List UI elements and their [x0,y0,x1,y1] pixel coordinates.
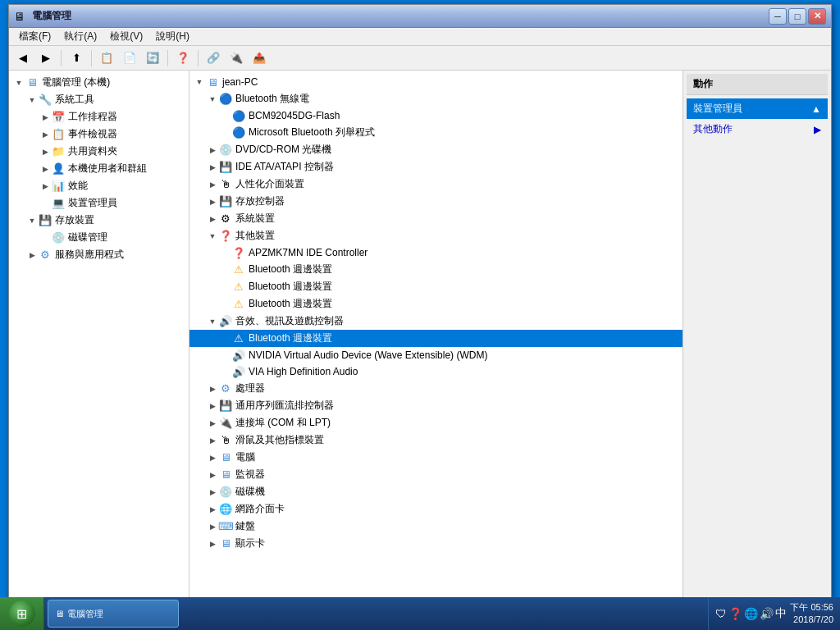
event-viewer-expander[interactable]: ▶ [39,128,52,141]
taskbar-app-computer-mgmt[interactable]: 🖥 電腦管理 [48,600,179,628]
action-device-manager[interactable]: 裝置管理員 ▲ [687,98,828,119]
left-device-manager[interactable]: 💻 裝置管理員 [9,194,189,212]
mid-ms-bt-enum[interactable]: 🔵 Microsoft Bluetooth 列舉程式 [189,124,682,141]
mid-display[interactable]: ▶ 🖥 顯示卡 [189,535,682,552]
disconnect-button[interactable]: 🔌 [226,48,247,68]
help-button[interactable]: ❓ [172,48,194,68]
mid-bt-peripheral-3[interactable]: ⚠ Bluetooth 週邊裝置 [189,295,682,313]
mid-ide[interactable]: ▶ 💾 IDE ATA/ATAPI 控制器 [189,158,682,176]
mid-mouse[interactable]: ▶ 🖱 滑鼠及其他指標裝置 [189,431,682,449]
mid-keyboard[interactable]: ▶ ⌨ 鍵盤 [189,518,682,535]
mid-root[interactable]: ▼ 🖥 jean-PC [189,74,682,90]
left-storage[interactable]: ▼ 💾 存放裝置 [9,212,189,229]
root-expander[interactable]: ▼ [12,76,25,89]
hid-expander[interactable]: ▶ [206,178,219,191]
mid-other-devices[interactable]: ▼ ❓ 其他裝置 [189,227,682,244]
left-local-users[interactable]: ▶ 👤 本機使用者和群組 [9,160,189,177]
ports-expander[interactable]: ▶ [206,417,219,430]
mid-monitor[interactable]: ▶ 🖥 監視器 [189,466,682,483]
mid-root-expander[interactable]: ▼ [193,75,206,89]
local-users-expander[interactable]: ▶ [39,162,52,176]
left-performance[interactable]: ▶ 📊 效能 [9,177,189,194]
task-scheduler-expander[interactable]: ▶ [39,111,52,124]
system-tools-expander[interactable]: ▼ [25,94,39,107]
forward-button[interactable]: ▶ [35,48,57,68]
tray-datetime[interactable]: 下午 05:56 2018/7/20 [790,601,833,627]
mid-network[interactable]: ▶ 🌐 網路介面卡 [189,500,682,518]
menu-file[interactable]: 檔案(F) [12,28,57,45]
performance-expander[interactable]: ▶ [39,180,52,193]
monitor-label: 監視器 [235,468,265,482]
usb-expander[interactable]: ▶ [206,399,219,413]
mid-usb[interactable]: ▶ 💾 通用序列匯流排控制器 [189,397,682,414]
back-button[interactable]: ◀ [12,48,34,68]
services-expander[interactable]: ▶ [25,249,39,262]
other-devices-expander[interactable]: ▼ [206,230,219,243]
menu-view[interactable]: 檢視(V) [103,28,149,45]
mouse-label: 滑鼠及其他指標裝置 [235,433,324,447]
mid-nvidia-audio[interactable]: 🔊 NVIDIA Virtual Audio Device (Wave Exte… [189,347,682,363]
mid-computer-node[interactable]: ▶ 🖥 電腦 [189,449,682,466]
left-task-scheduler[interactable]: ▶ 📅 工作排程器 [9,108,189,126]
mid-ports[interactable]: ▶ 🔌 連接埠 (COM 和 LPT) [189,414,682,431]
disk-drive-expander[interactable]: ▶ [206,486,219,499]
minimize-button[interactable]: ─ [769,8,787,25]
mid-storage-ctrl[interactable]: ▶ 💾 存放控制器 [189,193,682,210]
show-hide-button[interactable]: 📋 [96,48,117,68]
mid-bluetooth-radio[interactable]: ▼ 🔵 Bluetooth 無線電 [189,90,682,107]
mid-bcm92045[interactable]: 🔵 BCM92045DG-Flash [189,107,682,124]
audio-expander[interactable]: ▼ [206,315,219,328]
mid-hid[interactable]: ▶ 🖱 人性化介面裝置 [189,176,682,193]
shared-folders-expander[interactable]: ▶ [39,145,52,158]
left-shared-folders[interactable]: ▶ 📁 共用資料夾 [9,143,189,160]
refresh-button[interactable]: 🔄 [142,48,163,68]
disk-mgmt-label: 磁碟管理 [68,231,107,244]
ide-expander[interactable]: ▶ [206,161,219,174]
up-button[interactable]: ⬆ [66,48,87,68]
mid-dvd[interactable]: ▶ 💿 DVD/CD-ROM 光碟機 [189,141,682,158]
action-other[interactable]: 其他動作 ▶ [687,119,828,139]
mid-system-devices[interactable]: ▶ ⚙ 系統裝置 [189,210,682,227]
monitor-expander[interactable]: ▶ [206,468,219,482]
left-services[interactable]: ▶ ⚙ 服務與應用程式 [9,246,189,263]
device-manager-expander [39,197,52,210]
menu-action[interactable]: 執行(A) [57,28,103,45]
mid-bt-peripheral-1[interactable]: ⚠ Bluetooth 週邊裝置 [189,261,682,278]
mid-bt-audio-selected[interactable]: ⚠ Bluetooth 週邊裝置 [189,330,682,347]
mid-apzmk7mn[interactable]: ❓ APZMK7MN IDE Controller [189,244,682,261]
mid-bt-peripheral-2[interactable]: ⚠ Bluetooth 週邊裝置 [189,278,682,295]
computer-node-expander[interactable]: ▶ [206,451,219,464]
left-system-tools[interactable]: ▼ 🔧 系統工具 [9,91,189,108]
mid-via-audio[interactable]: 🔊 VIA High Definition Audio [189,363,682,380]
system-devices-expander[interactable]: ▶ [206,212,219,226]
mid-disk-drive[interactable]: ▶ 💿 磁碟機 [189,483,682,500]
toolbar: ◀ ▶ ⬆ 📋 📄 🔄 ❓ 🔗 🔌 📤 [9,46,831,71]
maximize-button[interactable]: □ [788,8,806,25]
menu-help[interactable]: 說明(H) [149,28,196,45]
network-expander[interactable]: ▶ [206,503,219,516]
menu-bar: 檔案(F) 執行(A) 檢視(V) 說明(H) [9,28,831,46]
bt-peripheral-2-label: Bluetooth 週邊裝置 [249,280,332,294]
storage-expander[interactable]: ▼ [25,214,39,227]
bt-radio-expander[interactable]: ▼ [206,93,219,106]
nvidia-audio-icon: 🔊 [232,349,245,362]
close-button[interactable]: ✕ [808,8,826,25]
export-button[interactable]: 📤 [249,48,270,68]
dvd-expander[interactable]: ▶ [206,144,219,157]
mid-cpu[interactable]: ▶ ⚙ 處理器 [189,380,682,397]
storage-ctrl-icon: 💾 [219,195,232,208]
connect-button[interactable]: 🔗 [203,48,224,68]
start-button[interactable]: ⊞ [0,597,44,630]
left-event-viewer[interactable]: ▶ 📋 事件檢視器 [9,126,189,143]
storage-ctrl-label: 存放控制器 [235,194,285,208]
left-tree-root[interactable]: ▼ 🖥 電腦管理 (本機) [9,74,189,91]
title-bar: 🖥 電腦管理 ─ □ ✕ [9,5,831,28]
storage-ctrl-expander[interactable]: ▶ [206,195,219,208]
bt-audio-selected-icon: ⚠ [232,332,245,345]
properties-button[interactable]: 📄 [119,48,140,68]
display-expander[interactable]: ▶ [206,537,219,550]
left-disk-mgmt[interactable]: 💿 磁碟管理 [9,229,189,246]
cpu-expander[interactable]: ▶ [206,382,219,395]
mid-audio[interactable]: ▼ 🔊 音效、視訊及遊戲控制器 [189,313,682,330]
mouse-expander[interactable]: ▶ [206,434,219,447]
